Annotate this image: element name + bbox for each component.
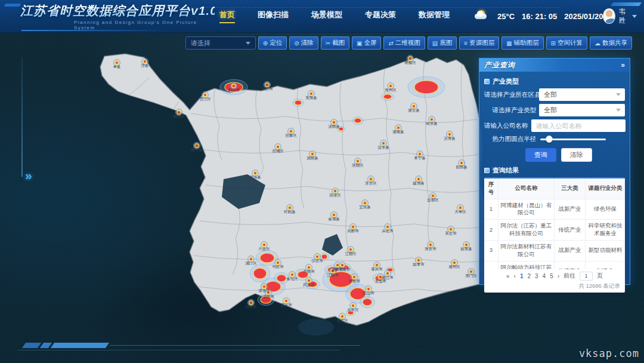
table-row[interactable]: 2阿尔法（江苏）重工科技有限公司传统产业科学研究和技术服务业 <box>484 220 625 241</box>
county-label: 泗阳县 <box>306 156 318 161</box>
company-name-input[interactable] <box>531 119 626 132</box>
fullscreen-button[interactable]: ▣全屏 <box>352 36 381 50</box>
panel-expand-toggle[interactable]: » <box>25 168 30 183</box>
page-prev-button[interactable]: ‹ <box>514 273 516 279</box>
clear-button[interactable]: 清除 <box>561 148 592 162</box>
screenshot-icon: ✂ <box>326 40 330 47</box>
page-number-4[interactable]: 4 <box>543 273 546 279</box>
page-number-1[interactable]: 1 <box>520 273 524 279</box>
fullscreen-icon: ▣ <box>357 40 362 47</box>
company-name-label: 请输入公司名称 <box>484 122 531 130</box>
basemap-button[interactable]: ▤底图 <box>428 36 457 50</box>
county-label: 六合区 <box>258 247 270 251</box>
county-label: 邳州市 <box>228 88 240 92</box>
county-label: 睢宁县 <box>191 147 203 152</box>
clear-button[interactable]: ⊘清除 <box>289 36 318 50</box>
industry-type-select[interactable]: 全部 <box>539 104 625 116</box>
button-label: 二维视图 <box>395 39 420 47</box>
button-label: 资源图层 <box>469 39 494 47</box>
table-row[interactable]: 3阿尔法新材料江苏有限公司战新产业新型功能材料 <box>484 241 625 262</box>
query-button[interactable]: 查询 <box>525 148 556 162</box>
data-share-button[interactable]: ☁数据共享 <box>590 36 632 50</box>
page-number-2[interactable]: 2 <box>527 273 531 279</box>
county-label: 灌南县 <box>392 130 404 134</box>
locate-icon: ⊕ <box>263 40 268 47</box>
heat-blob[interactable] <box>293 99 304 107</box>
county-label: 涟水县 <box>377 145 389 150</box>
button-label: 辅助图层 <box>514 39 539 47</box>
county-label: 金坛区 <box>286 276 298 281</box>
locate-button[interactable]: ⊕定位 <box>258 36 287 50</box>
page-first-button[interactable]: « <box>506 273 510 279</box>
nav-item-专题决策[interactable]: 专题决策 <box>365 10 396 23</box>
clock: 16: 21: 05 <box>522 12 557 21</box>
results-section: 查询结果 <box>484 165 625 175</box>
table-cell: 传统产业 <box>555 220 586 240</box>
main-nav: 首页图像扫描场景模型专题决策数据管理 <box>219 10 450 23</box>
district-select[interactable]: 全部 <box>539 88 625 101</box>
2d-view-button[interactable]: ⇄二维视图 <box>383 36 425 50</box>
slider-thumb[interactable] <box>546 136 553 143</box>
county-label: 海州区 <box>385 88 397 93</box>
heat-blob[interactable] <box>360 296 375 307</box>
table-cell: 战新产业 <box>555 199 586 220</box>
radius-slider[interactable] <box>540 135 606 143</box>
nav-item-首页[interactable]: 首页 <box>219 10 235 23</box>
county-label: 铜山区 <box>172 114 185 118</box>
county-label: 新沂市 <box>261 87 273 91</box>
watermark: vksap.com <box>579 347 639 359</box>
page-next-button[interactable]: › <box>558 273 559 279</box>
industry-type-section: 产业类型 <box>484 76 625 86</box>
panel-title: 产业查询 <box>484 60 515 70</box>
layer-select[interactable]: 请选择 <box>185 36 256 50</box>
goto-page-input[interactable] <box>580 272 593 281</box>
county-label: 射阳县 <box>456 165 467 170</box>
county-label: 阜宁县 <box>414 156 426 160</box>
county-label: 泰兴市 <box>371 267 383 272</box>
screenshot-button[interactable]: ✂截图 <box>321 36 349 50</box>
county-label: 通州区 <box>448 264 460 269</box>
brand: 江苏省时空数据综合应用平台v1.0 Planning and Design Gr… <box>0 2 215 30</box>
column-header: 公司名称 <box>499 179 555 199</box>
county-label: 响水县 <box>426 121 438 125</box>
table-cell: 科学研究和技术服务业 <box>586 220 625 240</box>
weather-icon <box>475 10 490 22</box>
clear-icon: ⊘ <box>294 40 299 47</box>
county-label: 武进区 <box>302 282 315 287</box>
page-suffix: 页 <box>597 272 603 280</box>
button-label: 数据共享 <box>602 39 627 47</box>
table-row[interactable]: 1阿博建材（昆山）有限公司战新产业绿色环保 <box>484 199 625 220</box>
county-label: 如东县 <box>460 247 472 251</box>
app-stage: 丰县沛县贾汪区铜山区睢宁县邳州市新沂市东海县赣榆区海州区灌云县灌南县响水县滨海县… <box>0 0 644 363</box>
county-label: 泗洪县 <box>249 175 261 180</box>
section-label: 产业类型 <box>493 77 519 86</box>
heat-blob[interactable] <box>352 117 364 125</box>
page-number-5[interactable]: 5 <box>550 273 553 279</box>
basemap-icon: ▤ <box>432 40 438 47</box>
industry-query-panel: 产业查询 » 产业类型 请选择产业所在区县 全部 请选择产业类型 全部 请输入公… <box>479 58 630 285</box>
button-label: 空间计算 <box>558 39 583 47</box>
user-menu[interactable]: 韦胜 <box>603 7 637 25</box>
resource-layers-icon: ≡ <box>464 40 467 47</box>
temperature: 25°C <box>497 12 515 21</box>
table-row[interactable]: 4阿尔帕动力科技江苏有限公司传统产业制造业 <box>484 262 625 270</box>
heat-blob[interactable] <box>408 76 445 97</box>
county-label: 溧水区 <box>258 288 270 293</box>
county-label: 盐都区 <box>427 198 439 202</box>
heat-blob[interactable] <box>381 93 394 101</box>
button-label: 定位 <box>270 39 282 47</box>
nav-item-数据管理[interactable]: 数据管理 <box>419 10 450 23</box>
auxiliary-layers-button[interactable]: ▦辅助图层 <box>501 36 543 50</box>
panel-collapse-icon[interactable]: » <box>621 61 625 69</box>
county-label: 张家港市 <box>335 267 351 272</box>
nav-item-场景模型[interactable]: 场景模型 <box>311 10 342 23</box>
spatial-compute-button[interactable]: ⊞空间计算 <box>546 36 587 50</box>
data-share-icon: ☁ <box>595 40 600 47</box>
nav-item-图像扫描[interactable]: 图像扫描 <box>258 10 289 23</box>
page-number-3[interactable]: 3 <box>535 273 538 279</box>
table-cell: 4 <box>484 262 499 270</box>
resource-layers-button[interactable]: ≡资源图层 <box>459 36 499 50</box>
table-cell: 1 <box>484 199 499 220</box>
district-label: 请选择产业所在区县 <box>484 91 539 99</box>
industry-type-label: 请选择产业类型 <box>484 106 539 115</box>
